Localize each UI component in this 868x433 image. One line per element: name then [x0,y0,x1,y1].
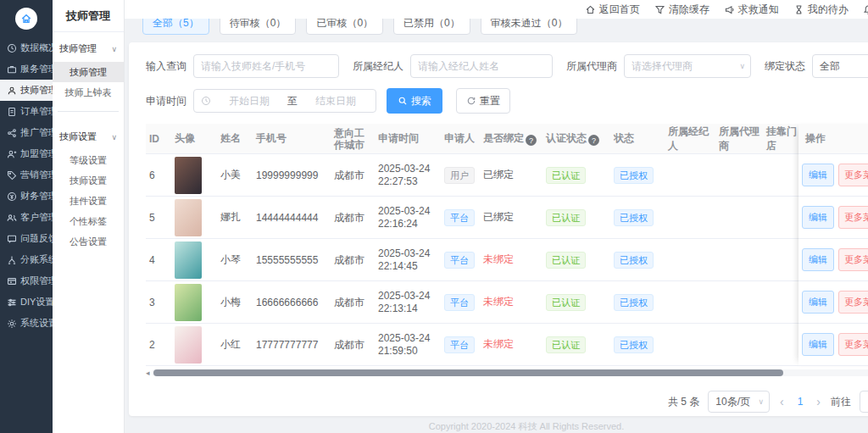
sidebar-item-split-account[interactable]: 分账系统 [0,249,53,270]
col-agent: 所属经纪人 [665,125,715,153]
question-icon[interactable]: ? [526,135,537,146]
megaphone-icon [724,4,735,15]
split-icon [7,255,17,265]
technician-avatar[interactable] [175,326,202,364]
home-logo-icon [15,8,37,30]
cell-cert-status: 已认证 [542,167,610,184]
more-menu-button[interactable]: 更多菜单 ∨ [838,333,868,356]
reset-button[interactable]: 重置 [456,88,510,114]
status-tag: 已授权 [614,294,654,311]
submenu-item-personal-tags[interactable]: 个性标签 [53,211,124,231]
more-menu-button[interactable]: 更多菜单 ∨ [838,248,868,271]
next-page-icon[interactable]: › [815,395,822,408]
technician-avatar[interactable] [175,199,202,236]
question-icon[interactable]: ? [588,135,599,146]
agency-select[interactable]: 请选择代理商 ∨ [624,54,751,78]
search-button[interactable]: 搜索 [387,88,442,114]
submenu-item-technician-list[interactable]: 技师管理 [53,62,124,82]
clock-icon [7,43,17,53]
more-menu-button[interactable]: 更多菜单 ∨ [838,291,868,314]
sidebar-item-customer-mgmt[interactable]: 客户管理 [0,207,53,228]
sidebar-item-order-mgmt[interactable]: 订单管理 [0,101,53,122]
sidebar-item-diy-settings[interactable]: DIY设置 [0,291,53,313]
scroll-left-icon[interactable]: ◂ [146,369,150,377]
technician-avatar[interactable] [175,241,202,279]
main-area: 返回首页 清除缓存 求救通知 我的待办 admin ▾ [125,0,868,433]
nav-notifications[interactable] [863,4,868,15]
table-row: 3 小梅 16666666666 成都市 2025-03-2422:13:14 … [146,281,868,324]
app-logo[interactable] [0,0,53,37]
bind-status-select[interactable]: 全部 ∨ [812,54,868,78]
submenu-item-technician-clock-table[interactable]: 技师上钟表 [53,82,124,103]
chevron-down-icon: ∨ [739,62,745,70]
agent-label: 所属经纪人 [353,59,403,74]
table-row: 5 娜扎 14444444444 成都市 2025-03-2422:16:24 … [146,197,868,239]
sidebar-item-finance-mgmt[interactable]: 财务管理 [0,186,53,207]
person-plus-icon [7,149,17,159]
status-tag: 已授权 [614,167,654,184]
edit-button[interactable]: 编辑 [802,291,834,314]
nav-clear-cache[interactable]: 清除缓存 [654,3,709,17]
prev-page-icon[interactable]: ‹ [778,395,786,408]
cell-city: 成都市 [331,212,375,224]
submenu-item-technician-settings[interactable]: 技师设置 [53,170,124,191]
cell-name: 小红 [217,337,253,352]
submenu-group-technician-settings[interactable]: 技师设置 ∨ [53,120,124,150]
sidebar-item-permission-mgmt[interactable]: 权限管理 [0,270,53,291]
technician-avatar[interactable] [175,157,202,194]
table-row: 6 小美 19999999999 成都市 2025-03-2422:27:53 … [146,154,868,197]
nav-my-todo[interactable]: 我的待办 [793,3,849,17]
sidebar-item-service-mgmt[interactable]: 服务管理 [0,58,53,80]
applicant-tag: 平台 [444,209,475,226]
sidebar-item-data-overview[interactable]: 数据概况 [0,37,53,58]
apply-time-label: 申请时间 [146,94,186,108]
row-actions: 编辑 更多菜单 ∨ [798,154,868,197]
edit-button[interactable]: 编辑 [802,248,834,271]
submenu-item-level-settings[interactable]: 等级设置 [53,150,124,170]
nav-back-home[interactable]: 返回首页 [585,3,640,17]
submenu-item-notice-settings[interactable]: 公告设置 [53,231,124,252]
chevron-down-icon: ∨ [758,397,764,406]
secondary-sidebar: 技师管理 技师管理 ∨ 技师管理 技师上钟表 技师设置 ∨ 等级设置 技师设置 … [53,0,125,433]
submenu-group-technician-mgmt[interactable]: 技师管理 ∨ [53,32,124,62]
funnel-icon [654,4,665,15]
query-input[interactable] [193,54,339,78]
nav-sos-notice[interactable]: 求救通知 [724,3,779,17]
gear-icon [7,319,17,329]
sidebar-item-marketing-mgmt[interactable]: 营销管理 [0,164,53,186]
agent-input[interactable] [410,54,553,78]
more-menu-button[interactable]: 更多菜单 ∨ [838,206,868,229]
apply-time-range-picker[interactable]: 开始日期 至 结束日期 [193,89,376,113]
sidebar-item-system-settings[interactable]: 系统设置 [0,313,53,334]
cell-id: 6 [146,169,171,181]
person-icon [7,86,17,96]
sidebar-item-feedback[interactable]: 问题反馈 [0,228,53,249]
technician-table: ID 头像 姓名 手机号 意向工作城市 申请时间 申请人 是否绑定? 认证状态?… [146,124,868,366]
scrollbar-thumb[interactable] [153,369,783,376]
cell-phone: 15555555555 [253,254,331,266]
filter-row-1: 输入查询 所属经纪人 所属代理商 请选择代理商 ∨ 绑定状态 全部 ∨ [146,54,868,78]
more-menu-button[interactable]: 更多菜单 ∨ [838,164,868,186]
cell-bind-status: 未绑定 [480,253,542,267]
agency-label: 所属代理商 [566,59,617,74]
cert-tag: 已认证 [546,167,586,184]
edit-button[interactable]: 编辑 [802,164,834,186]
edit-button[interactable]: 编辑 [802,206,834,229]
submenu-item-widget-settings[interactable]: 挂件设置 [53,191,124,211]
content-area: 全部（5） 待审核（0） 已审核（0） 已禁用（0） 审核未通过（0） 输入查询… [125,19,868,433]
page-size-select[interactable]: 10条/页 ∨ [708,391,770,413]
cell-applicant: 平台 [441,336,480,353]
applicant-tag: 用户 [444,167,475,184]
technician-avatar[interactable] [175,284,202,321]
sidebar-item-technician-mgmt[interactable]: 技师管理 [0,80,53,101]
cell-cert-status: 已认证 [542,294,610,311]
sidebar-item-franchise-mgmt[interactable]: 加盟管理 [0,143,53,164]
cell-bind-status: 未绑定 [480,337,542,352]
cell-id: 5 [146,212,171,224]
goto-page-input[interactable] [860,391,868,413]
edit-button[interactable]: 编辑 [802,333,834,356]
scrollbar-track[interactable] [152,369,868,376]
sidebar-item-promotion-mgmt[interactable]: 推广管理 [0,122,53,143]
cell-name: 小梅 [217,295,253,309]
page-number[interactable]: 1 [794,396,807,408]
